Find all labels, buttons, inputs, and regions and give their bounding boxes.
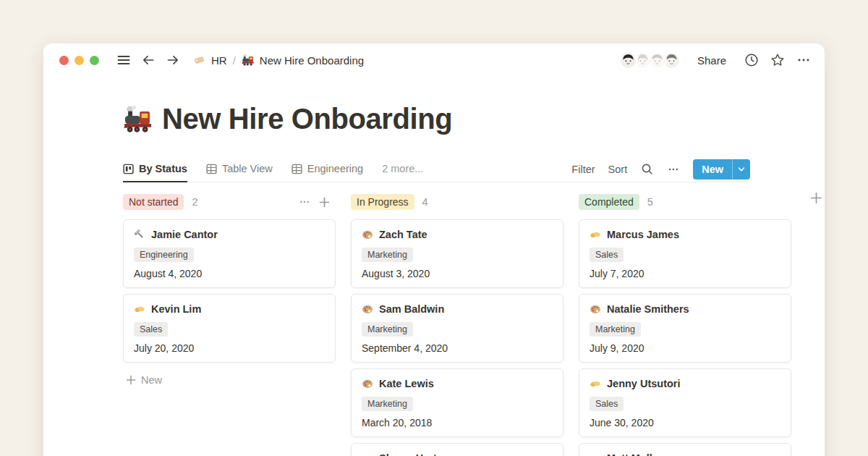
tab-label: Engineering xyxy=(307,163,363,174)
card-count: 4 xyxy=(422,196,428,208)
plus-icon xyxy=(126,375,136,385)
column-header: Not started 2 xyxy=(123,194,336,210)
department-tag: Marketing xyxy=(362,397,413,411)
status-pill[interactable]: Completed xyxy=(579,194,639,210)
new-button-label: New xyxy=(693,159,732,180)
tab-table-view[interactable]: Table View xyxy=(206,156,273,182)
column-more-icon[interactable] xyxy=(299,196,310,208)
column-header: Completed 5 xyxy=(579,194,791,210)
status-pill[interactable]: Not started xyxy=(123,194,184,210)
card-title: Sam Baldwin xyxy=(379,303,444,316)
tab-by-status[interactable]: By Status xyxy=(123,156,187,182)
handshake-emoji-icon xyxy=(362,452,373,456)
updates-clock-icon[interactable] xyxy=(744,52,760,68)
start-date: August 3, 2020 xyxy=(362,268,553,279)
table-view-icon xyxy=(292,164,302,174)
breadcrumb-workspace[interactable]: HR xyxy=(211,54,227,67)
canvas: { "colors": { "accent_blue": "#36a2d9", … xyxy=(0,0,868,456)
card-title: Kate Lewis xyxy=(379,377,434,390)
app-window: HR / New Hire Onboarding Share xyxy=(43,43,825,456)
department-tag: Sales xyxy=(590,248,624,262)
kanban-card[interactable]: Kate Lewis Marketing March 20, 2018 xyxy=(351,368,563,437)
collaborator-avatars[interactable] xyxy=(618,51,681,70)
department-tag: Marketing xyxy=(362,322,413,337)
kanban-board: Not started 2 Jamie Cantor xyxy=(123,194,791,456)
start-date: July 7, 2020 xyxy=(590,268,780,279)
palette-emoji-icon xyxy=(362,378,373,389)
start-date: September 4, 2020 xyxy=(362,342,553,354)
column-header: In Progress 4 xyxy=(351,194,563,210)
card-title: Natalie Smithers xyxy=(607,303,689,316)
tabs-more-button[interactable]: 2 more... xyxy=(382,156,423,182)
chevron-down-icon[interactable] xyxy=(732,159,750,180)
add-card-label: New xyxy=(141,374,162,386)
add-card-button[interactable]: New xyxy=(123,374,336,386)
back-arrow-icon[interactable] xyxy=(141,53,156,67)
card-title: Marcus James xyxy=(607,228,679,241)
kanban-card[interactable]: Jenny Utsutori Sales June 30, 2020 xyxy=(579,368,791,437)
sidebar-menu-icon[interactable] xyxy=(116,53,131,67)
card-title: Zach Tate xyxy=(379,228,427,241)
kanban-card[interactable]: Zach Tate Marketing August 3, 2020 xyxy=(351,219,563,288)
palette-emoji-icon xyxy=(362,303,373,315)
palette-emoji-icon xyxy=(590,303,601,315)
department-tag: Sales xyxy=(134,322,168,337)
card-count: 5 xyxy=(647,196,653,208)
card-title: Jenny Utsutori xyxy=(607,377,681,390)
kanban-card[interactable]: Kevin Lim Sales July 20, 2020 xyxy=(123,294,336,363)
hammer-emoji-icon xyxy=(134,229,145,240)
kanban-card[interactable]: Natalie Smithers Marketing July 9, 2020 xyxy=(579,294,791,363)
tab-label: By Status xyxy=(139,163,187,174)
column-in-progress: In Progress 4 Zach Tate Marketing August… xyxy=(351,194,563,456)
filter-button[interactable]: Filter xyxy=(571,164,595,175)
add-group-button[interactable] xyxy=(810,192,822,204)
tab-engineering[interactable]: Engineering xyxy=(292,156,363,182)
card-title: Jamie Cantor xyxy=(151,228,218,241)
sort-button[interactable]: Sort xyxy=(608,164,628,175)
kanban-card[interactable]: Matt Mullen xyxy=(579,443,791,456)
breadcrumb-separator: / xyxy=(232,54,237,67)
minimize-window-button[interactable] xyxy=(75,56,84,65)
page-title-row: New Hire Onboarding xyxy=(123,103,452,135)
kanban-card[interactable]: Jamie Cantor Engineering August 4, 2020 xyxy=(123,219,336,288)
favorite-star-icon[interactable] xyxy=(770,52,786,68)
column-add-icon[interactable] xyxy=(319,197,330,208)
page-title: New Hire Onboarding xyxy=(162,103,452,135)
more-options-icon[interactable] xyxy=(796,52,812,68)
train-emoji-icon xyxy=(123,104,153,135)
view-more-options-icon[interactable] xyxy=(667,163,680,176)
card-title: Matt Mullen xyxy=(607,452,665,456)
share-button[interactable]: Share xyxy=(697,54,726,67)
start-date: August 4, 2020 xyxy=(134,268,325,279)
zoom-window-button[interactable] xyxy=(90,56,99,65)
table-view-icon xyxy=(206,164,217,174)
breadcrumb-page[interactable]: New Hire Onboarding xyxy=(260,54,364,67)
close-window-button[interactable] xyxy=(59,56,69,65)
kanban-card[interactable]: Marcus James Sales July 7, 2020 xyxy=(579,219,791,288)
card-title: Shawn Hart xyxy=(379,452,437,456)
top-bar: HR / New Hire Onboarding Share xyxy=(43,43,825,77)
search-icon[interactable] xyxy=(640,162,654,176)
handshake-emoji-icon xyxy=(134,303,145,315)
start-date: July 9, 2020 xyxy=(590,342,780,354)
breadcrumb: HR / New Hire Onboarding xyxy=(193,54,364,67)
department-tag: Sales xyxy=(590,397,624,411)
department-tag: Marketing xyxy=(362,248,413,262)
tag-emoji-icon xyxy=(193,54,206,67)
tab-label: Table View xyxy=(222,163,273,174)
kanban-card[interactable]: Sam Baldwin Marketing September 4, 2020 xyxy=(351,294,563,363)
status-pill[interactable]: In Progress xyxy=(351,194,414,210)
view-toolbar: Filter Sort New xyxy=(571,156,750,182)
view-tabs-row: By Status Table View Engineering 2 more.… xyxy=(123,156,750,182)
tab-label: 2 more... xyxy=(382,163,423,174)
card-count: 2 xyxy=(192,196,197,208)
kanban-card[interactable]: Shawn Hart xyxy=(351,443,563,456)
column-not-started: Not started 2 Jamie Cantor xyxy=(123,194,336,456)
handshake-emoji-icon xyxy=(590,229,601,240)
handshake-emoji-icon xyxy=(590,452,601,456)
handshake-emoji-icon xyxy=(590,378,601,389)
avatar xyxy=(618,51,638,70)
new-button[interactable]: New xyxy=(693,159,750,180)
palette-emoji-icon xyxy=(362,229,373,240)
forward-arrow-icon[interactable] xyxy=(166,53,180,67)
